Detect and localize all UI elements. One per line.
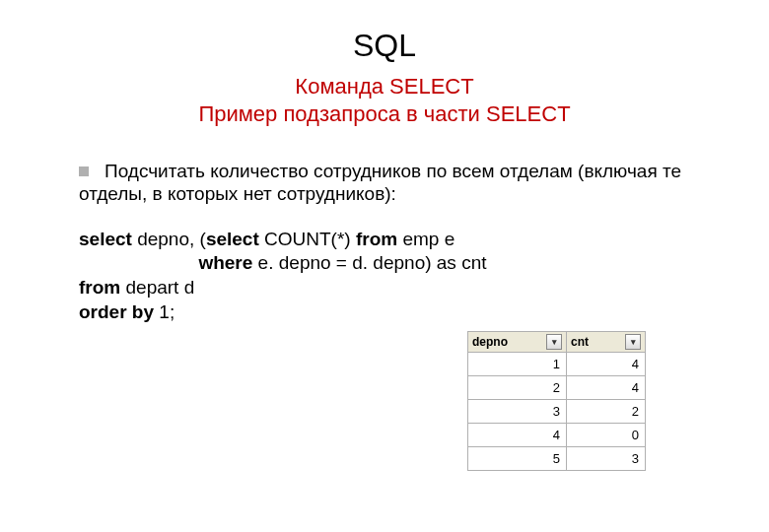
paragraph-line2: отделы, в которых нет сотрудников): [0,182,769,206]
cell-depno: 2 [468,376,567,400]
subtitle-command: Команда SELECT [0,74,769,100]
cell-cnt: 3 [567,447,646,471]
cell-cnt: 4 [567,376,646,400]
bullet-paragraph: Подсчитать количество сотрудников по все… [0,161,769,182]
col-header-depno-label: depno [472,335,508,349]
page-title: SQL [0,28,769,64]
table-header-row: depno ▾ cnt ▾ [468,332,646,353]
table-row: 2 4 [468,376,646,400]
kw-from2: from [79,277,120,298]
kw-select: select [79,229,132,249]
kw-orderby: order by [79,301,154,322]
sql-code: select depno, (select COUNT(*) from emp … [0,228,769,325]
col-header-cnt-label: cnt [571,335,589,349]
kw-where: where [198,252,252,273]
code-line-1: select depno, (select COUNT(*) from emp … [79,228,769,252]
table-row: 3 2 [468,400,646,424]
chevron-down-icon[interactable]: ▾ [546,334,562,350]
cell-depno: 5 [468,447,567,471]
table-row: 4 0 [468,424,646,447]
cell-cnt: 4 [567,353,646,376]
code-line-4: order by 1; [79,300,769,325]
cell-depno: 1 [468,353,567,376]
table-row: 1 4 [468,353,646,376]
chevron-down-icon[interactable]: ▾ [625,334,641,350]
kw-from: from [356,229,397,249]
cell-cnt: 2 [567,400,646,424]
cell-depno: 4 [468,424,567,447]
cell-cnt: 0 [567,424,646,447]
subtitle-example: Пример подзапроса в части SELECT [0,101,769,127]
code-line-3: from depart d [79,276,769,300]
kw-select2: select [206,229,259,249]
col-header-cnt[interactable]: cnt ▾ [567,332,646,353]
table-row: 5 3 [468,447,646,471]
bullet-icon [79,166,89,176]
col-header-depno[interactable]: depno ▾ [468,332,567,353]
paragraph-line1: Подсчитать количество сотрудников по все… [105,161,681,182]
cell-depno: 3 [468,400,567,424]
code-line-2: where e. depno = d. depno) as cnt [79,251,769,276]
result-table: depno ▾ cnt ▾ 1 4 2 4 3 2 4 [467,331,646,471]
